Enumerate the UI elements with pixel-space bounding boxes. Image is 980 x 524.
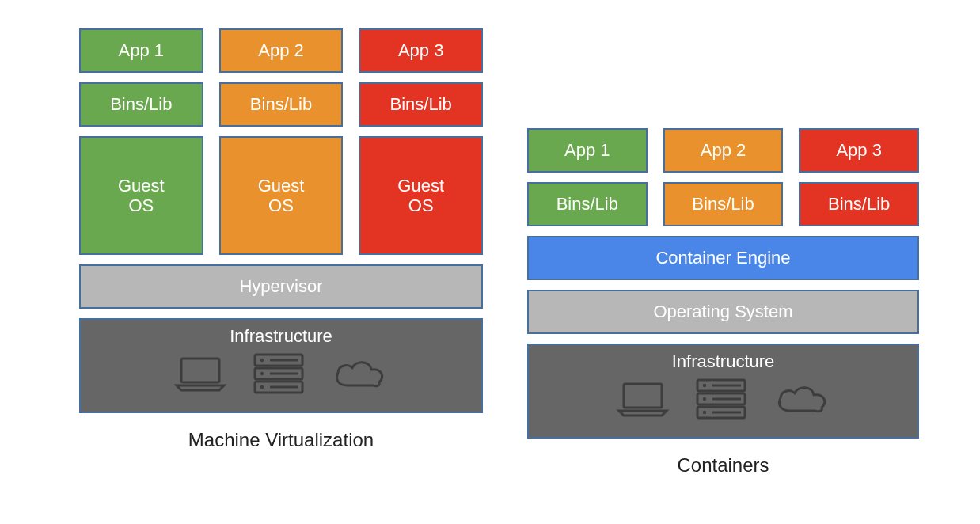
ct-infra-icons [616, 378, 831, 420]
vm-app-1: App 1 [79, 28, 203, 73]
vm-guestos-row: GuestOS GuestOS GuestOS [79, 136, 483, 255]
svg-point-14 [702, 384, 705, 387]
ct-operating-system: Operating System [527, 290, 919, 334]
vm-binslib-2: Bins/Lib [219, 82, 344, 127]
svg-point-4 [260, 359, 264, 362]
ct-binslib-1: Bins/Lib [527, 182, 648, 226]
ct-app-1: App 1 [527, 128, 648, 173]
server-icon [253, 352, 305, 395]
vm-hypervisor-row: Hypervisor [79, 264, 483, 309]
vm-infrastructure-label: Infrastructure [230, 326, 332, 346]
svg-point-8 [260, 385, 264, 389]
ct-infrastructure: Infrastructure [527, 344, 919, 439]
vm-binslib-1: Bins/Lib [79, 82, 203, 127]
server-icon [695, 378, 747, 420]
vm-guestos-3: GuestOS [359, 136, 483, 255]
ct-app-3: App 3 [799, 128, 919, 173]
cloud-icon [330, 355, 389, 392]
ct-os-row: Operating System [527, 290, 919, 334]
svg-point-16 [702, 397, 705, 401]
ct-binslib-row: Bins/Lib Bins/Lib Bins/Lib [527, 182, 919, 226]
ct-apps-row: App 1 App 2 App 3 [527, 128, 919, 173]
svg-rect-0 [181, 359, 219, 382]
ct-container-engine: Container Engine [527, 236, 919, 280]
ct-app-2: App 2 [663, 128, 784, 173]
vm-caption: Machine Virtualization [79, 429, 483, 451]
vm-infrastructure: Infrastructure [79, 318, 483, 413]
ct-caption: Containers [527, 454, 919, 477]
vm-infra-icons [173, 352, 389, 395]
vm-app-2: App 2 [219, 28, 344, 73]
vm-diagram: App 1 App 2 App 3 Bins/Lib Bins/Lib Bins… [79, 28, 483, 451]
vm-apps-row: App 1 App 2 App 3 [79, 28, 483, 73]
laptop-icon [616, 381, 670, 417]
ct-binslib-2: Bins/Lib [663, 182, 784, 226]
containers-diagram: App 1 App 2 App 3 Bins/Lib Bins/Lib Bins… [527, 128, 919, 477]
vm-app-3: App 3 [359, 28, 483, 73]
vm-binslib-3: Bins/Lib [359, 82, 483, 127]
ct-engine-row: Container Engine [527, 236, 919, 280]
ct-infrastructure-label: Infrastructure [672, 351, 775, 371]
vm-infra-row: Infrastructure [79, 318, 483, 413]
ct-infra-row: Infrastructure [527, 344, 919, 439]
vm-guestos-2: GuestOS [219, 136, 344, 255]
laptop-icon [173, 355, 227, 392]
vm-guestos-1: GuestOS [79, 136, 203, 255]
svg-rect-10 [624, 384, 662, 408]
vm-binslib-row: Bins/Lib Bins/Lib Bins/Lib [79, 82, 483, 127]
svg-point-18 [702, 411, 705, 414]
vm-hypervisor: Hypervisor [79, 264, 483, 309]
ct-binslib-3: Bins/Lib [799, 182, 919, 226]
cloud-icon [773, 381, 831, 417]
svg-point-6 [260, 372, 264, 375]
